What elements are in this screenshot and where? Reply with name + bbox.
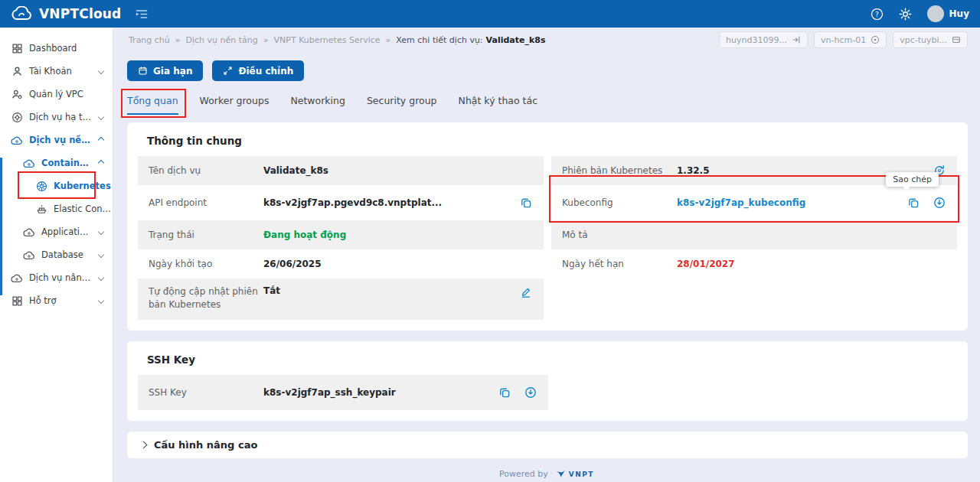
api-endpoint-value: k8s-v2jgf7ap.pgevd9c8.vnptplat... (263, 197, 442, 208)
sidebar: Dashboard Tài Khoản Quản lý VPC Dịch vụ … (0, 28, 113, 482)
chevron-down-icon (98, 252, 104, 258)
sidebar-item-dich-vu-nen-tang[interactable]: Dịch vụ nền tảng (0, 129, 113, 151)
tab-worker-groups[interactable]: Worker groups (200, 92, 270, 115)
row-status: Trạng thái Đang hoạt động (138, 220, 544, 249)
chevron-down-icon (98, 68, 104, 74)
sidebar-item-quan-ly-vpc[interactable]: Quản lý VPC (0, 83, 113, 106)
sidebar-item-dich-vu-nang-cao[interactable]: Dịch vụ nâng cao (0, 266, 113, 289)
ssh-key-title: SSH Key (147, 353, 957, 366)
chevron-up-icon (98, 160, 104, 166)
adjust-button[interactable]: Điều chỉnh (212, 60, 304, 81)
region-globe-icon (871, 35, 880, 44)
tab-security-group[interactable]: Security group (367, 92, 437, 115)
chevron-down-icon (98, 275, 104, 281)
vpc-selector[interactable]: vpc-tuybi... (893, 31, 968, 48)
kubeconfig-link[interactable]: k8s-v2jgf7ap_kubeconfig (677, 197, 805, 208)
breadcrumb: Trang chủ » Dịch vụ nền tảng » VNPT Kube… (129, 35, 546, 45)
k8s-version-value: 1.32.5 (677, 165, 710, 176)
main-content: Trang chủ » Dịch vụ nền tảng » VNPT Kube… (113, 28, 980, 482)
brand-logo[interactable]: VNPTCloud (11, 6, 122, 21)
row-created-date: Ngày khởi tạo 26/06/2025 (138, 249, 544, 278)
row-auto-update: Tự động cập nhật phiên bản Kubernetes Tắ… (138, 278, 544, 320)
settings-gear-icon[interactable] (899, 8, 912, 21)
row-service-name: Tên dịch vụ Validate_k8s (138, 156, 544, 185)
renew-button[interactable]: Gia hạn (127, 60, 203, 81)
app-screen: VNPTCloud ? Huy Dashboard Tài Khoả (0, 0, 980, 482)
sidebar-item-elastic-container[interactable]: Elastic Contai... (0, 197, 113, 220)
tab-bar: Tổng quan Worker groups Networking Secur… (127, 92, 980, 115)
download-kubeconfig-button[interactable] (933, 196, 946, 210)
created-date-value: 26/06/2025 (263, 259, 322, 269)
copy-tooltip: Sao chép (886, 172, 939, 187)
tab-tong-quan[interactable]: Tổng quan (127, 92, 178, 115)
user-menu[interactable]: Huy (927, 5, 969, 22)
container-ship-icon (35, 203, 47, 215)
row-kubeconfig: Sao chép Kubeconfig k8s-v2jgf7ap_kubecon… (551, 185, 957, 220)
advanced-config-toggle[interactable]: Cấu hình nâng cao (127, 432, 968, 458)
ssh-key-value: k8s-v2jgf7ap_ssh_keypair (263, 387, 396, 398)
dashboard-icon (11, 295, 23, 307)
sidebar-item-ho-tro[interactable]: Hỗ trợ (0, 289, 113, 312)
sidebar-item-containers[interactable]: Containers (0, 151, 113, 174)
calendar-icon (138, 66, 148, 76)
ssh-key-card: SSH Key SSH Key k8s-v2jgf7ap_ssh_keypair (127, 341, 968, 421)
sidebar-item-database[interactable]: Database (0, 243, 113, 266)
kubernetes-icon (35, 180, 47, 192)
copy-ssh-key-button[interactable] (498, 386, 511, 399)
project-switch-icon (792, 35, 801, 44)
tab-nhat-ky-thao-tac[interactable]: Nhật ký thao tác (459, 92, 538, 115)
cloud-gear-icon (11, 272, 23, 284)
row-expiry-date: Ngày hết hạn 28/01/2027 (551, 249, 957, 278)
svg-text:?: ? (875, 10, 879, 18)
sidebar-item-application-integration[interactable]: Application Int... (0, 220, 113, 243)
help-icon[interactable]: ? (871, 8, 884, 21)
chevron-down-icon (98, 229, 104, 235)
context-selectors: huynd31099... vn-hcm-01 vpc-tuybi... (719, 31, 968, 48)
cloud-gear-icon (23, 226, 35, 238)
cloud-gear-icon (23, 249, 35, 261)
general-info-card: Thông tin chung Tên dịch vụ Validate_k8s… (127, 122, 968, 331)
row-description: Mô tả (551, 220, 957, 249)
breadcrumb-separator: » (175, 35, 181, 45)
edit-auto-update-button[interactable] (519, 285, 533, 299)
advanced-config-title: Cấu hình nâng cao (154, 439, 257, 451)
breadcrumb-kubernetes-service[interactable]: VNPT Kubernetes Service (274, 35, 381, 45)
auto-update-value: Tắt (263, 285, 280, 296)
download-ssh-key-button[interactable] (524, 386, 537, 399)
region-selector[interactable]: vn-hcm-01 (814, 31, 887, 48)
cloud-logo-icon (11, 6, 34, 21)
sidebar-item-tai-khoan[interactable]: Tài Khoản (0, 60, 113, 83)
user-icon (11, 65, 23, 77)
general-info-right-column: Phiên bản Kubernetes 1.32.5 Sao chép Kub… (551, 156, 957, 320)
general-info-left-column: Tên dịch vụ Validate_k8s API endpoint k8… (138, 156, 544, 320)
sidebar-toggle-icon[interactable] (136, 9, 148, 19)
top-bar: VNPTCloud ? Huy (0, 0, 980, 28)
row-api-endpoint: API endpoint k8s-v2jgf7ap.pgevd9c8.vnptp… (138, 185, 544, 220)
chevron-down-icon (98, 114, 104, 120)
cloud-gear-icon (23, 157, 35, 169)
service-name-value: Validate_k8s (263, 165, 328, 176)
powered-by-label: Powered by (499, 469, 548, 479)
sidebar-item-kubernetes[interactable]: Kubernetes (0, 174, 113, 197)
avatar (927, 5, 944, 22)
gear-circle-icon (11, 111, 23, 123)
footer: Powered by VNPT (113, 469, 980, 479)
breadcrumb-current: Xem chi tiết dịch vụ:Validate_k8s (396, 35, 545, 45)
users-gear-icon (11, 88, 23, 100)
breadcrumb-platform-services[interactable]: Dịch vụ nền tảng (186, 35, 258, 45)
dashboard-icon (11, 42, 23, 54)
breadcrumb-separator: » (263, 35, 269, 45)
chevron-up-icon (98, 137, 104, 143)
copy-kubeconfig-button[interactable] (906, 196, 920, 210)
sidebar-item-dich-vu-ha-tang[interactable]: Dịch vụ hạ tầng (0, 106, 113, 129)
chevron-down-icon (98, 298, 104, 304)
copy-api-endpoint-button[interactable] (519, 196, 533, 210)
breadcrumb-home[interactable]: Trang chủ (129, 35, 170, 45)
sidebar-item-dashboard[interactable]: Dashboard (0, 37, 113, 60)
tab-networking[interactable]: Networking (290, 92, 345, 115)
cloud-gear-icon (11, 134, 23, 146)
vnpt-logo: VNPT (554, 469, 594, 479)
breadcrumb-separator: » (386, 35, 391, 45)
project-selector[interactable]: huynd31099... (719, 31, 808, 48)
row-ssh-key: SSH Key k8s-v2jgf7ap_ssh_keypair (138, 375, 548, 410)
